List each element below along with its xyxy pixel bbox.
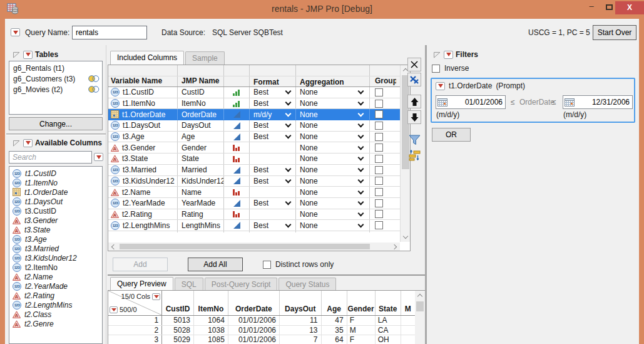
format-dropdown[interactable]: Best <box>250 220 296 231</box>
end-date-input[interactable] <box>575 98 632 107</box>
sort-order-button[interactable] <box>407 149 421 162</box>
available-column-item[interactable]: t3.State <box>9 225 102 234</box>
available-column-item[interactable]: t2.Class <box>9 310 102 319</box>
included-column-row[interactable]: 123t3.Married Married Best None <box>108 165 410 176</box>
available-column-item[interactable]: t3.Gender <box>9 216 102 225</box>
calendar-icon[interactable] <box>437 98 447 107</box>
preview-header-custid[interactable]: CustID <box>162 291 194 315</box>
start-date-input[interactable] <box>447 98 505 107</box>
tab-query-status[interactable]: Query Status <box>279 278 336 291</box>
add-all-button[interactable]: Add All <box>188 258 243 271</box>
available-column-item[interactable]: 123t2.YearMade <box>9 281 102 291</box>
columns-menu-button[interactable] <box>152 293 160 300</box>
preview-vertical-scrollbar[interactable] <box>415 291 425 344</box>
tab-included-columns[interactable]: Included Columns <box>110 51 184 65</box>
remove-column-button[interactable] <box>407 58 421 71</box>
join-venn-icon[interactable] <box>88 86 100 93</box>
disclosure-triangle-icon[interactable] <box>13 51 21 59</box>
continuous-icon[interactable] <box>233 122 240 130</box>
format-dropdown[interactable]: m/d/y <box>250 109 296 120</box>
aggregation-dropdown[interactable]: None <box>296 87 370 98</box>
scroll-right-icon[interactable] <box>391 242 400 251</box>
aggregation-dropdown[interactable]: None <box>296 154 370 164</box>
table-item[interactable]: g6_Rentals (t1) <box>9 63 102 73</box>
ordinal-icon[interactable] <box>233 88 240 96</box>
group-by-checkbox[interactable] <box>375 110 383 118</box>
inverse-checkbox[interactable] <box>432 65 440 73</box>
start-over-button[interactable]: Start Over <box>593 25 636 40</box>
tab-sql[interactable]: SQL <box>175 278 203 291</box>
included-columns-horizontal-scrollbar[interactable] <box>108 242 400 251</box>
group-by-checkbox[interactable] <box>375 100 383 108</box>
included-column-row[interactable]: 123t3.KidsUnder12 KidsUnder12 Best None <box>108 176 410 187</box>
group-by-checkbox[interactable] <box>375 188 383 196</box>
nominal-icon[interactable] <box>233 143 240 152</box>
filters-menu-button[interactable] <box>444 51 453 59</box>
included-column-row-selected[interactable]: t1.OrderDate OrderDate m/d/y None <box>108 109 410 120</box>
nominal-icon[interactable] <box>233 155 240 163</box>
scrollbar-thumb[interactable] <box>120 244 370 249</box>
minimize-button[interactable]: – <box>584 1 599 14</box>
table-item[interactable]: g6_Customers (t3) <box>9 73 102 84</box>
aggregation-dropdown[interactable]: None <box>296 176 370 187</box>
available-columns-menu-button[interactable] <box>23 139 33 147</box>
preview-header-state[interactable]: State <box>376 291 401 315</box>
group-by-checkbox[interactable] <box>375 122 383 130</box>
tables-menu-button[interactable] <box>23 51 33 59</box>
available-column-item[interactable]: 123t3.Married <box>9 244 102 253</box>
query-name-input[interactable] <box>72 26 147 39</box>
tab-query-preview[interactable]: Query Preview <box>110 277 173 291</box>
column-header-jmp-name[interactable]: JMP Name <box>178 65 224 86</box>
nominal-icon[interactable] <box>233 210 240 218</box>
column-header-format[interactable]: Format <box>250 65 296 86</box>
aggregation-dropdown[interactable]: None <box>296 220 370 231</box>
aggregation-dropdown[interactable]: None <box>296 132 370 142</box>
preview-header-gender[interactable]: Gender <box>347 291 376 315</box>
preview-row[interactable]: 3 5029 1085 01/01/2006 7 64 F OH <box>108 335 426 344</box>
available-column-item[interactable]: t1.OrderDate <box>9 187 102 197</box>
continuous-icon[interactable] <box>233 166 240 174</box>
continuous-icon[interactable] <box>233 199 240 207</box>
format-dropdown[interactable]: Best <box>250 198 296 209</box>
continuous-icon[interactable] <box>233 110 240 118</box>
preview-header-itemno[interactable]: ItemNo <box>194 291 228 315</box>
column-header-variable-name[interactable]: Variable Name <box>108 65 178 86</box>
aggregation-dropdown[interactable]: None <box>296 187 370 197</box>
tab-sample[interactable]: Sample <box>185 51 225 65</box>
included-column-row[interactable]: t2.Name Name None <box>108 187 410 198</box>
available-column-item[interactable]: t2.Rating <box>9 291 102 300</box>
available-column-item[interactable]: 123t2.LengthMins <box>9 300 102 310</box>
disclosure-triangle-icon[interactable] <box>13 139 21 147</box>
change-tables-button[interactable]: Change... <box>9 117 103 130</box>
included-column-row[interactable]: 123t3.Age Age Best None <box>108 132 410 143</box>
format-dropdown[interactable]: Best <box>250 176 296 187</box>
table-item[interactable]: g6_Movies (t2) <box>9 84 102 95</box>
or-button[interactable]: OR <box>432 128 471 142</box>
column-header-modeling-type[interactable] <box>224 65 250 86</box>
continuous-icon[interactable] <box>233 133 240 141</box>
included-column-row[interactable]: t2.Class Class None <box>108 231 410 232</box>
search-menu-button[interactable] <box>94 153 103 161</box>
preview-row[interactable]: 2 5028 1038 01/01/2006 13 35 M CA <box>108 326 426 336</box>
available-column-item[interactable]: 123t1.DaysOut <box>9 197 102 206</box>
available-column-item[interactable]: 123t3.KidsUnder12 <box>9 253 102 263</box>
move-down-button[interactable] <box>407 110 421 124</box>
group-by-checkbox[interactable] <box>375 143 383 152</box>
scroll-up-icon[interactable] <box>415 291 425 300</box>
aggregation-dropdown[interactable]: None <box>296 98 370 109</box>
included-column-row[interactable]: 123t1.DaysOut DaysOut Best None <box>108 120 410 132</box>
left-panel-splitter[interactable] <box>6 133 106 135</box>
included-column-row[interactable]: t3.State State None <box>108 154 410 165</box>
tab-post-query-script[interactable]: Post-Query Script <box>205 278 278 291</box>
format-dropdown[interactable]: Best <box>250 98 296 109</box>
aggregation-dropdown[interactable]: None <box>296 209 370 220</box>
move-up-button[interactable] <box>407 95 421 108</box>
calendar-icon[interactable] <box>565 98 575 107</box>
rows-menu-button[interactable] <box>110 306 118 313</box>
scroll-down-icon[interactable] <box>401 232 411 242</box>
format-dropdown[interactable]: Best <box>250 165 296 175</box>
included-column-row[interactable]: 123t1.CustID CustID Best None <box>108 87 410 98</box>
distinct-rows-checkbox[interactable] <box>263 261 271 269</box>
query-name-menu-button[interactable] <box>11 28 20 36</box>
included-column-row[interactable]: t3.Gender Gender None <box>108 142 410 154</box>
